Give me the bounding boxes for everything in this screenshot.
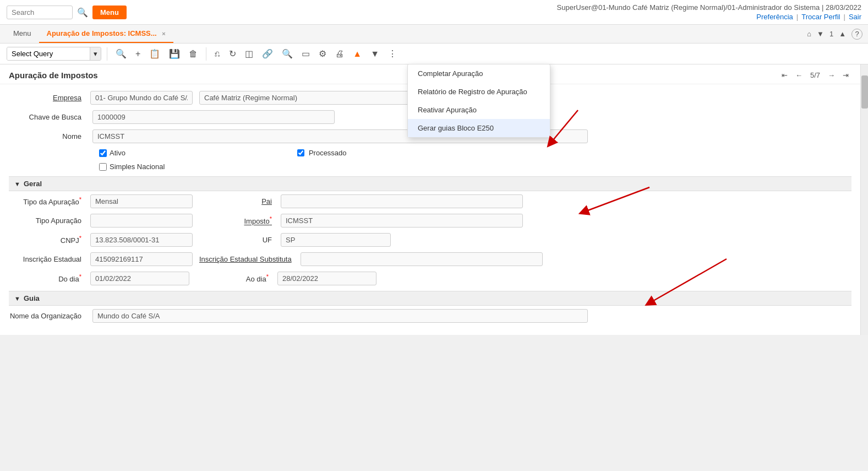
tabs: Menu Apuração de Impostos: ICMSS... × bbox=[6, 25, 173, 43]
tipo2-imposto-row: Tipo Apuração Imposto* bbox=[9, 214, 851, 228]
top-bar-info: SuperUser@01-Mundo Café Matriz (Regime N… bbox=[557, 3, 861, 21]
user-info-text: SuperUser@01-Mundo Café Matriz (Regime N… bbox=[557, 3, 861, 12]
view-btn[interactable]: ▭ bbox=[299, 47, 313, 60]
empresa-input[interactable] bbox=[90, 91, 193, 105]
preferencia-link[interactable]: Preferência bbox=[756, 13, 793, 21]
simples-label: Simples Nacional bbox=[110, 163, 165, 171]
section-guia-header[interactable]: ▼ Guia bbox=[9, 291, 851, 306]
zoom-btn[interactable]: 🔍 bbox=[279, 47, 296, 60]
tab-close-icon[interactable]: × bbox=[162, 30, 165, 37]
uf-group: UF bbox=[199, 233, 851, 247]
first-page-btn[interactable]: ⇤ bbox=[779, 70, 790, 80]
section-guia-arrow: ▼ bbox=[14, 295, 20, 302]
do-dia-input[interactable] bbox=[90, 272, 189, 285]
tipo-apuracao-input[interactable] bbox=[90, 194, 193, 208]
section-geral-arrow: ▼ bbox=[14, 181, 20, 187]
inscricao-input[interactable] bbox=[90, 252, 193, 266]
grid-btn[interactable]: ◫ bbox=[242, 47, 256, 60]
cnpj-group: CNPJ* bbox=[9, 233, 193, 247]
print-btn[interactable]: 🖨 bbox=[332, 48, 347, 60]
cnpj-input[interactable] bbox=[90, 233, 193, 247]
toolbar-sep2 bbox=[206, 47, 206, 61]
select-query-wrapper: ▾ bbox=[7, 47, 101, 61]
processado-wrapper: Processado bbox=[132, 149, 851, 157]
empresa-group: Empresa bbox=[9, 91, 193, 105]
home-icon[interactable]: ⌂ bbox=[807, 30, 811, 38]
select-query-dropdown-icon[interactable]: ▾ bbox=[90, 47, 101, 60]
more-btn[interactable]: ⋮ bbox=[385, 47, 400, 60]
ao-dia-input[interactable] bbox=[277, 272, 376, 285]
imposto-label[interactable]: Imposto* bbox=[199, 215, 276, 225]
last-page-btn[interactable]: ⇥ bbox=[840, 70, 851, 80]
copy-btn[interactable]: 📋 bbox=[146, 47, 163, 60]
nav-number: 1 bbox=[829, 30, 833, 38]
sair-link[interactable]: Sair bbox=[849, 13, 861, 21]
up-btn[interactable]: ▲ bbox=[350, 48, 364, 60]
empresa-label[interactable]: Empresa bbox=[9, 94, 86, 102]
tab-apuracao[interactable]: Apuração de Impostos: ICMSS... × bbox=[39, 25, 173, 43]
scrollbar-thumb[interactable] bbox=[861, 75, 868, 109]
simples-checkbox[interactable] bbox=[99, 163, 107, 171]
dropdown-item[interactable]: Relatório de Registro de Apuração bbox=[408, 83, 550, 101]
save-btn[interactable]: 💾 bbox=[166, 47, 183, 60]
inscricao-row: Inscrição Estadual Inscrição Estadual Su… bbox=[9, 252, 851, 266]
dropdown-item[interactable]: Gerar guias Bloco E250 bbox=[408, 119, 550, 137]
pai-label[interactable]: Pai bbox=[199, 197, 276, 205]
tipo-pai-row: Tipo da Apuração* Pai bbox=[9, 194, 851, 208]
refresh-btn[interactable]: ↻ bbox=[226, 47, 239, 60]
nav-up-icon[interactable]: ▲ bbox=[839, 30, 846, 38]
processado-checkbox[interactable] bbox=[297, 149, 304, 156]
uf-input[interactable] bbox=[281, 233, 391, 247]
add-btn[interactable]: + bbox=[133, 48, 143, 60]
next-page-btn[interactable]: → bbox=[825, 70, 838, 80]
inscricao-group: Inscrição Estadual bbox=[9, 252, 193, 266]
dropdown-item[interactable]: Reativar Apuração bbox=[408, 101, 550, 119]
nav-down-icon[interactable]: ▼ bbox=[817, 30, 824, 38]
global-search-input[interactable] bbox=[7, 6, 73, 19]
toolbar: ▾ 🔍 + 📋 💾 🗑 ⎌ ↻ ◫ 🔗 🔍 ▭ ⚙ 🖨 ▲ ▼ ⋮ bbox=[0, 44, 868, 64]
ativo-checkbox-item: Ativo bbox=[99, 149, 125, 157]
nome-org-row: Nome da Organização bbox=[9, 309, 851, 323]
down-btn[interactable]: ▼ bbox=[368, 48, 382, 60]
chave-input[interactable] bbox=[92, 110, 335, 124]
top-bar: 🔍 Menu SuperUser@01-Mundo Café Matriz (R… bbox=[0, 0, 868, 25]
nome-org-input[interactable] bbox=[92, 309, 588, 323]
search-toolbar-btn[interactable]: 🔍 bbox=[113, 47, 129, 60]
trocar-perfil-link[interactable]: Trocar Perfil bbox=[801, 13, 840, 21]
search-icon[interactable]: 🔍 bbox=[77, 7, 88, 18]
delete-btn[interactable]: 🗑 bbox=[186, 48, 200, 60]
do-dia-group: Do dia* bbox=[9, 272, 189, 285]
tab-menu[interactable]: Menu bbox=[6, 25, 39, 43]
imposto-input[interactable] bbox=[281, 214, 523, 228]
empresa-right-input[interactable] bbox=[199, 91, 419, 105]
page-indicator: 5/7 bbox=[807, 70, 823, 80]
settings-btn[interactable]: ⚙ bbox=[316, 47, 329, 60]
inscricao-sub-label[interactable]: Inscrição Estadual Substituta bbox=[199, 255, 296, 263]
dropdown-item[interactable]: Completar Apuração bbox=[408, 64, 550, 83]
ativo-processado-row: Ativo Processado bbox=[9, 149, 851, 157]
link-btn[interactable]: 🔗 bbox=[259, 47, 276, 60]
select-query-input[interactable] bbox=[7, 47, 90, 60]
uf-label: UF bbox=[199, 236, 276, 244]
page-wrapper: 🔍 Menu SuperUser@01-Mundo Café Matriz (R… bbox=[0, 0, 868, 471]
do-dia-label: Do dia* bbox=[9, 273, 86, 283]
ao-dia-group: Ao dia* bbox=[196, 272, 851, 285]
dropdown-menu: Completar ApuraçãoRelatório de Registro … bbox=[407, 64, 550, 138]
ao-dia-label: Ao dia* bbox=[196, 273, 273, 283]
processado-label: Processado bbox=[309, 149, 347, 157]
prev-page-btn[interactable]: ← bbox=[793, 70, 805, 80]
ativo-checkbox[interactable] bbox=[99, 149, 107, 157]
scrollbar[interactable] bbox=[860, 64, 868, 335]
menu-button[interactable]: Menu bbox=[92, 6, 127, 19]
inscricao-sub-input[interactable] bbox=[301, 252, 543, 266]
cnpj-uf-row: CNPJ* UF bbox=[9, 233, 851, 247]
tipo-apuracao-group: Tipo da Apuração* bbox=[9, 194, 193, 208]
section-geral-header[interactable]: ▼ Geral bbox=[9, 176, 851, 191]
inscricao-sub-group: Inscrição Estadual Substituta bbox=[199, 252, 851, 266]
help-icon[interactable]: ? bbox=[851, 29, 862, 40]
ativo-label: Ativo bbox=[110, 149, 125, 157]
tipo-apuracao2-input[interactable] bbox=[90, 214, 193, 228]
tab-bar-right: ⌂ ▼ 1 ▲ ? bbox=[807, 29, 862, 40]
undo-btn[interactable]: ⎌ bbox=[212, 48, 223, 60]
pai-input[interactable] bbox=[281, 194, 523, 208]
